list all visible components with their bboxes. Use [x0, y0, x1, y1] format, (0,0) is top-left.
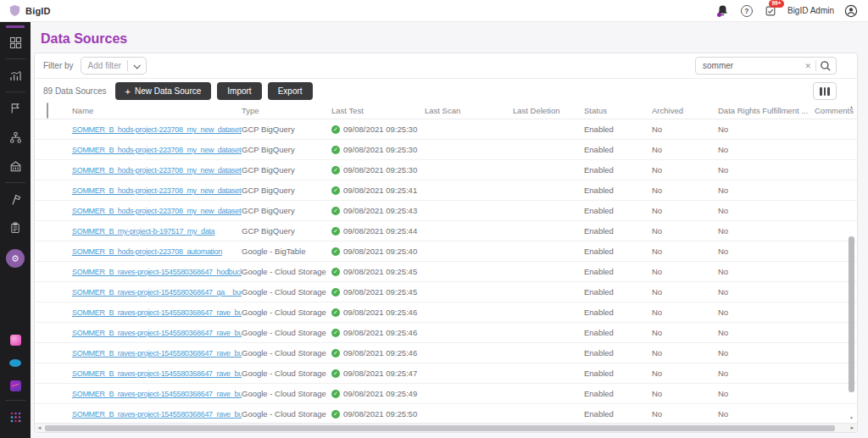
row-data-rights: No: [718, 186, 815, 195]
row-name-link[interactable]: SOMMER_B_raves-project-1545580368647_rav…: [72, 329, 242, 337]
vertical-scrollbar-thumb[interactable]: [849, 236, 854, 392]
row-last-test: 09/08/2021 09:25:43: [343, 206, 417, 215]
column-header-archived[interactable]: Archived: [652, 106, 718, 115]
catalog-icon[interactable]: [8, 159, 22, 173]
table-row[interactable]: SOMMER_B_raves-project-1545580368647_qa_…: [35, 282, 857, 302]
column-header-data-rights[interactable]: Data Rights Fulfillment ...: [718, 106, 815, 115]
sidebar: [0, 22, 31, 438]
scroll-up-arrow-icon[interactable]: [849, 104, 854, 109]
bigid-logo[interactable]: BigID: [8, 4, 51, 17]
row-name-link[interactable]: SOMMER_B_raves-project-1545580368647_rav…: [72, 349, 242, 358]
search-input[interactable]: [703, 61, 800, 70]
row-type: Google - Cloud Storage: [242, 267, 331, 276]
scroll-left-arrow-icon[interactable]: [35, 425, 44, 430]
column-header-name[interactable]: Name: [72, 106, 242, 115]
select-all-checkbox[interactable]: [47, 103, 48, 119]
import-button[interactable]: Import: [217, 82, 261, 100]
scroll-down-arrow-icon[interactable]: [849, 415, 854, 420]
row-archived: No: [652, 145, 718, 154]
success-check-icon: [331, 125, 340, 134]
clipboard-icon[interactable]: [8, 221, 22, 235]
help-icon[interactable]: [740, 4, 754, 18]
row-status: Enabled: [584, 125, 652, 134]
hierarchy-icon[interactable]: [8, 130, 22, 144]
table-row[interactable]: SOMMER_B_hods-project-223708_my_new_data…: [35, 180, 857, 201]
topbar-right: 99+ BigID Admin: [716, 4, 858, 18]
table-row[interactable]: SOMMER_B_raves-project-1545580368647_rav…: [35, 302, 857, 323]
reports-icon[interactable]: [8, 69, 22, 82]
column-header-status[interactable]: Status: [584, 106, 652, 115]
row-status: Enabled: [584, 145, 652, 154]
row-archived: No: [652, 267, 718, 276]
table-header: Name Type Last Test Last Scan Last Delet…: [35, 103, 857, 119]
data-sources-count: 89 Data Sources: [43, 86, 107, 96]
export-button[interactable]: Export: [268, 82, 313, 100]
table-row[interactable]: SOMMER_B_hods-project-223708_my_new_data…: [35, 119, 857, 140]
row-status: Enabled: [584, 308, 652, 317]
plus-icon: [125, 86, 131, 97]
tasks-icon[interactable]: 99+: [764, 4, 777, 18]
column-header-last-test[interactable]: Last Test: [331, 106, 425, 115]
explorer-icon[interactable]: [8, 192, 22, 206]
row-name-link[interactable]: SOMMER_B_hods-project-223708_my_new_data…: [72, 207, 242, 215]
app-purple-icon[interactable]: [10, 380, 21, 391]
table-row[interactable]: SOMMER_B_my-project-b-197517_my_data GCP…: [35, 221, 857, 241]
row-name-link[interactable]: SOMMER_B_hods-project-223708_my_new_data…: [72, 186, 242, 195]
logo-text: BigID: [25, 6, 51, 16]
row-type: Google - Cloud Storage: [242, 389, 331, 398]
bell-icon[interactable]: [716, 4, 730, 18]
dashboard-icon[interactable]: [8, 36, 22, 49]
search-icon[interactable]: [820, 60, 832, 72]
row-data-rights: No: [718, 226, 815, 236]
app-pink-icon[interactable]: [10, 335, 21, 346]
row-data-rights: No: [718, 247, 815, 256]
table-row[interactable]: SOMMER_B_hods-project-223708_my_new_data…: [35, 201, 857, 221]
row-name-link[interactable]: SOMMER_B_hods-project-223708_my_new_data…: [72, 125, 242, 134]
new-data-source-button[interactable]: New Data Source: [115, 82, 212, 100]
app-cyan-icon[interactable]: [9, 359, 21, 367]
row-name-link[interactable]: SOMMER_B_hods-project-223708_my_new_data…: [72, 166, 242, 175]
table-row[interactable]: SOMMER_B_raves-project-1545580368647_rav…: [35, 404, 857, 424]
table-row[interactable]: SOMMER_B_raves-project-1545580368647_hod…: [35, 262, 857, 282]
row-status: Enabled: [584, 348, 652, 358]
flag-icon[interactable]: [8, 102, 22, 115]
table-row[interactable]: SOMMER_B_hods-project-223708_my_new_data…: [35, 160, 857, 180]
scroll-right-arrow-icon[interactable]: [848, 425, 857, 430]
table-row[interactable]: SOMMER_B_hods-project-223708_automation …: [35, 241, 857, 262]
table-row[interactable]: SOMMER_B_hods-project-223708_my_new_data…: [35, 140, 857, 160]
horizontal-scrollbar-thumb[interactable]: [45, 425, 835, 431]
row-status: Enabled: [584, 206, 652, 215]
table-row[interactable]: SOMMER_B_raves-project-1545580368647_rav…: [35, 384, 857, 404]
column-header-last-scan[interactable]: Last Scan: [425, 106, 513, 115]
row-name-link[interactable]: SOMMER_B_hods-project-223708_automation: [72, 247, 222, 256]
vertical-scrollbar[interactable]: [848, 106, 855, 419]
table-row[interactable]: SOMMER_B_raves-project-1545580368647_rav…: [35, 363, 857, 384]
horizontal-scrollbar[interactable]: [35, 423, 857, 432]
add-filter-dropdown[interactable]: Add filter: [81, 57, 147, 75]
column-settings-button[interactable]: [813, 82, 837, 100]
row-name-link[interactable]: SOMMER_B_hods-project-223708_my_new_data…: [72, 146, 242, 154]
column-header-type[interactable]: Type: [242, 106, 331, 115]
avatar-icon[interactable]: [844, 4, 858, 18]
row-name-link[interactable]: SOMMER_B_raves-project-1545580368647_rav…: [72, 369, 242, 378]
success-check-icon: [331, 390, 340, 398]
row-data-rights: No: [718, 308, 815, 317]
row-last-test: 09/08/2021 09:25:40: [343, 247, 417, 256]
row-name-link[interactable]: SOMMER_B_raves-project-1545580368647_qa_…: [72, 288, 242, 297]
success-check-icon: [331, 227, 340, 236]
row-type: GCP BigQuery: [242, 165, 331, 175]
row-archived: No: [652, 328, 718, 337]
row-name-link[interactable]: SOMMER_B_raves-project-1545580368647_rav…: [72, 410, 242, 419]
tasks-badge: 99+: [769, 0, 784, 8]
apps-grid-icon[interactable]: [8, 410, 22, 424]
row-name-link[interactable]: SOMMER_B_my-project-b-197517_my_data: [72, 227, 214, 236]
settings-gear-icon[interactable]: [6, 249, 25, 268]
column-header-last-deletion[interactable]: Last Deletion: [513, 106, 584, 115]
row-name-link[interactable]: SOMMER_B_raves-project-1545580368647_hod…: [72, 268, 242, 276]
row-data-rights: No: [718, 165, 815, 175]
row-name-link[interactable]: SOMMER_B_raves-project-1545580368647_rav…: [72, 308, 242, 317]
clear-search-icon[interactable]: [800, 62, 815, 70]
row-name-link[interactable]: SOMMER_B_raves-project-1545580368647_rav…: [72, 390, 242, 398]
table-row[interactable]: SOMMER_B_raves-project-1545580368647_rav…: [35, 323, 857, 343]
table-row[interactable]: SOMMER_B_raves-project-1545580368647_rav…: [35, 343, 857, 363]
